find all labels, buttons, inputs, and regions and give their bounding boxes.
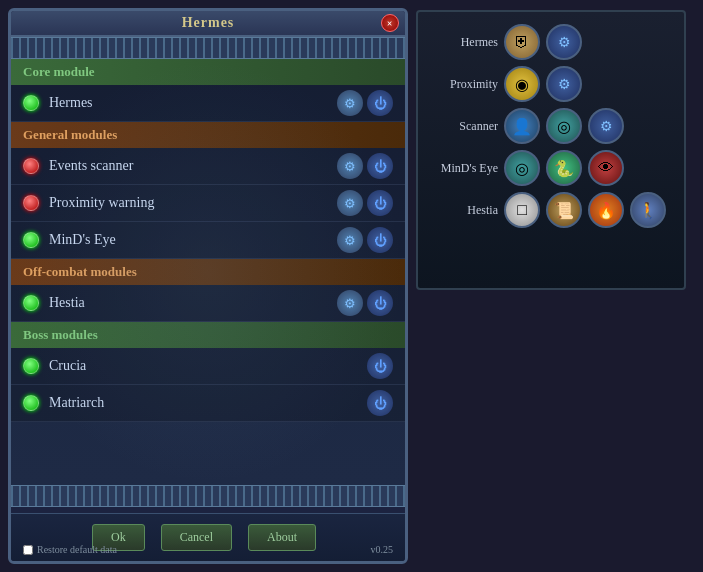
mini-label-scanner: Scanner bbox=[426, 119, 498, 134]
status-dot-hermes bbox=[23, 95, 39, 111]
status-dot-hestia bbox=[23, 295, 39, 311]
module-name-crucia: Crucia bbox=[49, 358, 363, 374]
scanner-figure-icon[interactable]: 👤 bbox=[504, 108, 540, 144]
hestia-figure-icon[interactable]: 🚶 bbox=[630, 192, 666, 228]
module-name-matriarch: Matriarch bbox=[49, 395, 363, 411]
status-dot-events bbox=[23, 158, 39, 174]
hestia-fire-icon[interactable]: 🔥 bbox=[588, 192, 624, 228]
restore-check-container: Restore default data bbox=[23, 544, 117, 555]
proximity-gear-button[interactable]: ⚙ bbox=[337, 190, 363, 216]
greek-border-bottom bbox=[11, 485, 405, 507]
hermes-power-button[interactable]: ⏻ bbox=[367, 90, 393, 116]
hestia-square-icon[interactable]: □ bbox=[504, 192, 540, 228]
mini-label-proximity: Proximity bbox=[426, 77, 498, 92]
title-bar: Hermes × bbox=[11, 11, 405, 37]
section-general: General modules bbox=[11, 122, 405, 148]
bottom-bar: Restore default data Ok Cancel About v0.… bbox=[11, 513, 405, 561]
section-core: Core module bbox=[11, 59, 405, 85]
minds-eye-gear-button[interactable]: ⚙ bbox=[337, 227, 363, 253]
proximity-power-button[interactable]: ⏻ bbox=[367, 190, 393, 216]
module-crucia: Crucia ⏻ bbox=[11, 348, 405, 385]
hermes-gear-icon[interactable]: ⚙ bbox=[546, 24, 582, 60]
module-name-hestia: Hestia bbox=[49, 295, 333, 311]
module-name-events: Events scanner bbox=[49, 158, 333, 174]
events-power-button[interactable]: ⏻ bbox=[367, 153, 393, 179]
about-button[interactable]: About bbox=[248, 524, 316, 551]
hermes-gear-button[interactable]: ⚙ bbox=[337, 90, 363, 116]
mini-row-hermes: Hermes ⛨ ⚙ bbox=[426, 24, 676, 60]
hestia-gear-button[interactable]: ⚙ bbox=[337, 290, 363, 316]
restore-checkbox[interactable] bbox=[23, 545, 33, 555]
crucia-power-button[interactable]: ⏻ bbox=[367, 353, 393, 379]
hestia-scroll-icon[interactable]: 📜 bbox=[546, 192, 582, 228]
matriarch-power-button[interactable]: ⏻ bbox=[367, 390, 393, 416]
module-proximity: Proximity warning ⚙ ⏻ bbox=[11, 185, 405, 222]
minds-eye-snake-icon[interactable]: 🐍 bbox=[546, 150, 582, 186]
cancel-button[interactable]: Cancel bbox=[161, 524, 232, 551]
status-dot-minds-eye bbox=[23, 232, 39, 248]
proximity-gear-icon[interactable]: ⚙ bbox=[546, 66, 582, 102]
module-hestia: Hestia ⚙ ⏻ bbox=[11, 285, 405, 322]
mini-label-hestia: Hestia bbox=[426, 203, 498, 218]
mini-row-hestia: Hestia □ 📜 🔥 🚶 bbox=[426, 192, 676, 228]
module-name-proximity: Proximity warning bbox=[49, 195, 333, 211]
events-gear-button[interactable]: ⚙ bbox=[337, 153, 363, 179]
module-events-scanner: Events scanner ⚙ ⏻ bbox=[11, 148, 405, 185]
status-dot-matriarch bbox=[23, 395, 39, 411]
hermes-helmet-icon[interactable]: ⛨ bbox=[504, 24, 540, 60]
mini-row-proximity: Proximity ◉ ⚙ bbox=[426, 66, 676, 102]
panel-content: Core module Hermes ⚙ ⏻ General modules E… bbox=[11, 59, 405, 485]
minds-eye-red-icon[interactable]: 👁 bbox=[588, 150, 624, 186]
module-matriarch: Matriarch ⏻ bbox=[11, 385, 405, 422]
mini-row-scanner: Scanner 👤 ◎ ⚙ bbox=[426, 108, 676, 144]
restore-label: Restore default data bbox=[37, 544, 117, 555]
status-dot-proximity bbox=[23, 195, 39, 211]
right-panel: Hermes ⛨ ⚙ Proximity ◉ ⚙ Scanner 👤 ◎ ⚙ M… bbox=[416, 10, 686, 290]
status-dot-crucia bbox=[23, 358, 39, 374]
module-hermes: Hermes ⚙ ⏻ bbox=[11, 85, 405, 122]
scanner-teal-icon[interactable]: ◎ bbox=[546, 108, 582, 144]
module-minds-eye: MinD's Eye ⚙ ⏻ bbox=[11, 222, 405, 259]
close-button[interactable]: × bbox=[381, 14, 399, 32]
section-offcombat: Off-combat modules bbox=[11, 259, 405, 285]
mini-label-hermes: Hermes bbox=[426, 35, 498, 50]
greek-border-top bbox=[11, 37, 405, 59]
main-window: Hermes × Core module Hermes ⚙ ⏻ General … bbox=[8, 8, 408, 564]
minds-eye-teal-icon[interactable]: ◎ bbox=[504, 150, 540, 186]
hestia-power-button[interactable]: ⏻ bbox=[367, 290, 393, 316]
module-name-minds-eye: MinD's Eye bbox=[49, 232, 333, 248]
mini-label-minds-eye: MinD's Eye bbox=[426, 161, 498, 176]
module-name-hermes: Hermes bbox=[49, 95, 333, 111]
section-boss: Boss modules bbox=[11, 322, 405, 348]
window-title: Hermes bbox=[182, 15, 235, 30]
proximity-orb-icon[interactable]: ◉ bbox=[504, 66, 540, 102]
mini-row-minds-eye: MinD's Eye ◎ 🐍 👁 bbox=[426, 150, 676, 186]
minds-eye-power-button[interactable]: ⏻ bbox=[367, 227, 393, 253]
scanner-gear-icon[interactable]: ⚙ bbox=[588, 108, 624, 144]
version-text: v0.25 bbox=[371, 544, 394, 555]
